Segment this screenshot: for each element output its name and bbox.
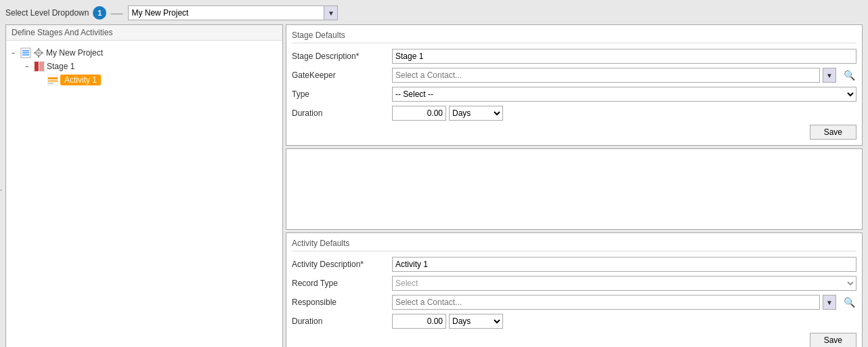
stage-save-button[interactable]: Save (810, 125, 856, 140)
svg-rect-11 (35, 62, 39, 71)
gatekeeper-dropdown-btn[interactable]: ▼ (823, 68, 836, 83)
activity-duration-unit[interactable]: Days (449, 314, 503, 329)
stage-desc-label: Stage Description* (292, 52, 387, 61)
tree-activity-label[interactable]: Activity 1 (60, 75, 101, 85)
responsible-label: Responsible (292, 298, 387, 307)
stage-duration-row: Duration Days (292, 106, 856, 121)
tree-node-stage[interactable]: − Stage 1 (25, 60, 277, 73)
level-dropdown-arrow[interactable]: ▼ (324, 6, 337, 20)
svg-rect-6 (38, 48, 39, 50)
activity-defaults-title: Activity Defaults (292, 239, 856, 251)
type-select[interactable]: -- Select -- (392, 87, 856, 102)
activity-desc-row: Activity Description* (292, 257, 856, 272)
gatekeeper-input[interactable] (392, 68, 820, 83)
annotation-2: Stages and Activities Tree 2 — (0, 182, 2, 196)
svg-rect-1 (22, 50, 29, 52)
activity-duration-label: Duration (292, 317, 387, 326)
gatekeeper-label: GateKeeper (292, 70, 387, 80)
record-type-row: Record Type Select (292, 276, 856, 291)
responsible-row: Responsible ▼ 🔍 (292, 295, 856, 310)
activity-duration-input[interactable] (392, 314, 446, 329)
tree-project-label: My New Project (46, 48, 103, 58)
type-label: Type (292, 89, 387, 99)
tree-node-project[interactable]: − My (12, 46, 277, 60)
svg-rect-16 (48, 80, 58, 82)
activity-icon (47, 75, 58, 85)
svg-point-5 (37, 52, 40, 54)
svg-rect-8 (34, 52, 36, 54)
responsible-search-icon[interactable]: 🔍 (842, 295, 856, 310)
stage-duration-unit[interactable]: Days (449, 106, 503, 121)
svg-rect-15 (48, 77, 58, 79)
svg-rect-2 (22, 52, 29, 54)
svg-rect-7 (38, 56, 39, 58)
activity-desc-label: Activity Description* (292, 260, 387, 269)
stage-duration-label: Duration (292, 108, 387, 118)
record-type-select[interactable]: Select (392, 276, 856, 291)
activity-duration-row: Duration Days (292, 314, 856, 329)
annotation-label-1: Select Level Dropdown (5, 8, 89, 18)
project-expand-icon (20, 47, 31, 58)
tree-node-activity[interactable]: Activity 1 (39, 73, 277, 87)
activity-defaults-section: Activity Defaults Activity Description* … (286, 232, 863, 347)
tree-area: − My (6, 41, 282, 92)
stage-defaults-section: Stage Defaults Stage Description* GateKe… (286, 24, 863, 146)
gatekeeper-input-group: ▼ (392, 68, 836, 83)
gatekeeper-row: GateKeeper ▼ 🔍 (292, 68, 856, 83)
svg-rect-9 (41, 52, 43, 54)
expand-project[interactable]: − (12, 49, 18, 57)
responsible-input[interactable] (392, 295, 820, 310)
spacer-area (286, 148, 863, 230)
record-type-label: Record Type (292, 279, 387, 288)
expand-stage[interactable]: − (25, 63, 32, 70)
define-stages-title: Define Stages And Activities (6, 25, 282, 41)
type-row: Type -- Select -- (292, 87, 856, 102)
tree-stage-label: Stage 1 (47, 62, 74, 71)
stage-defaults-title: Stage Defaults (292, 30, 856, 43)
gatekeeper-search-icon[interactable]: 🔍 (842, 68, 856, 83)
gear-icon (33, 47, 44, 58)
stage-save-row: Save (292, 125, 856, 140)
stage-desc-row: Stage Description* (292, 49, 856, 64)
activity-duration-group: Days (392, 314, 503, 329)
responsible-input-group: ▼ (392, 295, 836, 310)
svg-rect-17 (48, 83, 53, 84)
activity-save-row: Save (292, 333, 856, 347)
main-container: Select Level Dropdown 1 — ▼ Define Stage… (0, 0, 868, 347)
left-panel: Define Stages And Activities − (5, 24, 283, 347)
activity-save-button[interactable]: Save (810, 333, 856, 347)
level-dropdown[interactable]: ▼ (128, 5, 338, 20)
stage-desc-input[interactable] (392, 49, 856, 64)
stage-duration-input[interactable] (392, 106, 446, 121)
activity-desc-input[interactable] (392, 257, 856, 272)
responsible-dropdown-btn[interactable]: ▼ (823, 295, 836, 310)
svg-rect-3 (22, 54, 29, 56)
stage-icon (34, 61, 45, 72)
level-dropdown-input[interactable] (129, 7, 324, 19)
stage-duration-group: Days (392, 106, 503, 121)
svg-rect-12 (39, 62, 44, 71)
right-panel: Stage Defaults Stage Description* GateKe… (286, 24, 863, 347)
bubble-1: 1 (93, 6, 106, 20)
